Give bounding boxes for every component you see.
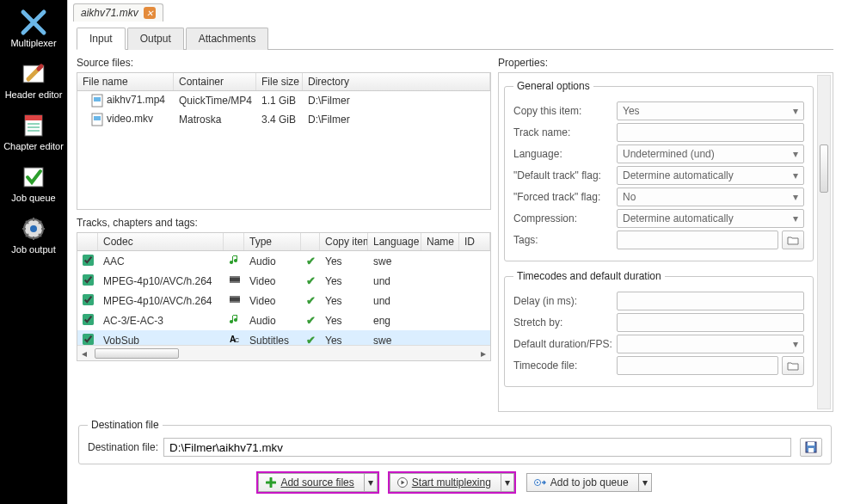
browse-timecode-button[interactable] [782, 356, 804, 375]
tab-attachments[interactable]: Attachments [186, 28, 269, 50]
sidebar-item-multiplexer[interactable]: Multiplexer [0, 3, 67, 55]
forced-flag-select[interactable]: No [617, 187, 804, 206]
svg-rect-12 [94, 116, 101, 120]
track-row[interactable]: AC-3/E-AC-3Audio✔Yeseng [77, 310, 490, 330]
folder-icon [787, 360, 799, 371]
track-checkbox[interactable] [83, 334, 94, 345]
svg-rect-24 [808, 448, 814, 452]
horizontal-scrollbar[interactable]: ◂▸ [77, 345, 490, 360]
col-language[interactable]: Language [368, 233, 421, 250]
track-row[interactable]: MPEG-4p10/AVC/h.264Video✔Yesund [77, 291, 490, 310]
default-flag-select[interactable]: Determine automatically [617, 166, 804, 185]
add-to-job-queue-button[interactable]: Add to job queue ▾ [526, 473, 652, 492]
job-queue-icon [20, 163, 47, 191]
close-icon[interactable]: ✕ [144, 7, 156, 19]
track-name-input[interactable] [617, 123, 804, 142]
folder-icon [787, 235, 799, 245]
compression-select[interactable]: Determine automatically [617, 209, 804, 228]
sidebar-label: Header editor [5, 89, 63, 100]
check-icon: ✔ [301, 253, 320, 269]
track-checkbox[interactable] [83, 255, 94, 266]
chevron-down-icon[interactable]: ▾ [501, 474, 513, 491]
svg-rect-2 [25, 115, 42, 120]
col-filename[interactable]: File name [77, 73, 174, 90]
document-tabs: aikhv71.mkv ✕ [68, 0, 842, 22]
track-checkbox[interactable] [83, 294, 94, 305]
play-icon [397, 477, 408, 488]
add-source-files-button[interactable]: Add source files ▾ [258, 473, 377, 492]
svg-rect-10 [94, 97, 101, 101]
tab-output[interactable]: Output [127, 28, 184, 50]
audio-icon [224, 252, 244, 270]
col-directory[interactable]: Directory [303, 73, 490, 90]
check-icon: ✔ [301, 332, 320, 345]
svg-rect-15 [230, 281, 240, 283]
chevron-down-icon[interactable]: ▾ [638, 474, 651, 491]
action-button-bar: Add source files ▾ Start multiplexing ▾ … [77, 470, 833, 499]
col-container[interactable]: Container [174, 73, 256, 90]
document-tab[interactable]: aikhv71.mkv ✕ [73, 3, 163, 22]
track-row[interactable]: VobSubACSubtitles✔Yesswe [77, 330, 490, 345]
track-checkbox[interactable] [83, 274, 94, 286]
source-file-row[interactable]: video.mkv Matroska 3.4 GiB D:\Filmer [77, 110, 490, 129]
sidebar-item-header-editor[interactable]: Header editor [0, 55, 67, 107]
track-row[interactable]: MPEG-4p10/AVC/h.264Video✔Yesund [77, 271, 490, 291]
tab-input[interactable]: Input [77, 28, 126, 50]
job-output-icon [20, 215, 47, 243]
start-multiplexing-button[interactable]: Start multiplexing ▾ [390, 473, 514, 492]
destination-group: Destination file Destination file: [78, 419, 832, 464]
source-files-table[interactable]: File name Container File size Directory … [77, 72, 491, 210]
track-checkbox[interactable] [83, 314, 94, 325]
sidebar-item-job-output[interactable]: Job output [0, 210, 67, 261]
stretch-input[interactable] [617, 313, 804, 332]
audio-icon [224, 311, 244, 329]
file-icon [91, 94, 103, 108]
timecode-file-input[interactable] [617, 356, 778, 375]
sidebar-label: Chapter editor [3, 141, 64, 151]
tags-input[interactable] [617, 230, 778, 249]
vertical-scrollbar[interactable] [817, 75, 831, 409]
destination-legend: Destination file [88, 419, 163, 431]
sidebar-label: Multiplexer [10, 38, 56, 48]
subtitle-icon: AC [224, 331, 244, 345]
sidebar-label: Job output [11, 244, 55, 255]
fps-select[interactable] [617, 335, 804, 353]
chapter-editor-icon [20, 112, 47, 139]
track-row[interactable]: AACAudio✔Yesswe [77, 251, 490, 271]
col-filesize[interactable]: File size [256, 73, 303, 90]
header-editor-icon [20, 60, 47, 88]
tool-sidebar: Multiplexer Header editor Chapter editor… [0, 0, 67, 504]
source-files-label: Source files: [77, 57, 491, 69]
col-codec[interactable]: Codec [98, 233, 224, 250]
plus-icon [266, 477, 276, 488]
source-file-row[interactable]: aikhv71.mp4 QuickTime/MP4 1.1 GiB D:\Fil… [77, 91, 490, 110]
sidebar-label: Job queue [11, 193, 55, 203]
svg-point-8 [30, 225, 37, 232]
col-id[interactable]: ID [459, 233, 490, 250]
video-icon [224, 292, 244, 310]
delay-input[interactable] [617, 292, 804, 310]
language-select[interactable]: Undetermined (und) [617, 144, 804, 163]
queue-icon [534, 477, 546, 488]
col-name[interactable]: Name [421, 233, 459, 250]
browse-tags-button[interactable] [782, 230, 804, 249]
destination-label: Destination file: [88, 441, 158, 453]
properties-panel: General options Copy this item:Yes Track… [498, 72, 833, 412]
multiplexer-icon [20, 9, 47, 36]
check-icon: ✔ [301, 312, 320, 329]
destination-input[interactable] [163, 438, 791, 457]
properties-label: Properties: [498, 57, 833, 69]
sidebar-item-job-queue[interactable]: Job queue [0, 158, 67, 210]
col-copy[interactable]: Copy item [320, 233, 368, 250]
sidebar-item-chapter-editor[interactable]: Chapter editor [0, 107, 67, 158]
col-type[interactable]: Type [244, 233, 301, 250]
chevron-down-icon[interactable]: ▾ [364, 474, 377, 491]
browse-destination-button[interactable] [800, 438, 822, 457]
tracks-table[interactable]: Codec Type Copy item Language Name ID AA… [77, 232, 491, 361]
general-options-legend: General options [513, 80, 593, 92]
general-options-group: General options Copy this item:Yes Track… [504, 80, 814, 261]
timecodes-legend: Timecodes and default duration [513, 270, 665, 282]
svg-rect-14 [230, 276, 240, 278]
main-area: aikhv71.mkv ✕ Input Output Attachments S… [67, 0, 842, 504]
copy-item-select[interactable]: Yes [617, 101, 804, 120]
